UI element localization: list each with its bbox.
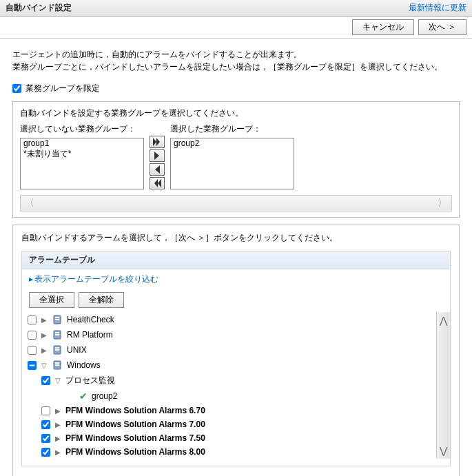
server-icon [52,344,63,355]
filter-alarm-tables-link[interactable]: 表示アラームテーブルを絞り込む [34,274,158,284]
server-icon [52,314,63,325]
tree-checkbox[interactable] [28,346,37,355]
tree-item-label: Windows [67,360,101,370]
tree-item-label: PFM Windows Solution Alarms 8.00 [65,447,205,457]
description-line-2: 業務グループごとに，バインドしたいアラームを設定したい場合は，［業務グループを限… [12,61,460,73]
group-panel-title: 自動バインドを設定する業務グループを選択してください。 [20,107,452,119]
next-button-top[interactable]: 次へ ＞ [418,19,466,35]
selected-groups-listbox[interactable]: group2 [170,138,294,189]
description-line-1: エージェントの追加時に，自動的にアラームをバインドすることが出来ます。 [12,48,460,61]
svg-rect-7 [55,347,59,349]
tree-item-label: group2 [92,391,117,401]
scroll-right-icon[interactable]: 〉 [438,197,447,209]
select-buttons-row: 全選択 全解除 [22,292,450,312]
unselected-groups-listbox[interactable]: group1 *未割り当て* [20,138,144,189]
tree-row: ▶PFM Windows Solution Alarms 8.00 [28,445,431,459]
tree-item-label: RM Platform [67,330,113,340]
refresh-link[interactable]: 最新情報に更新 [409,2,466,14]
tree-item-label: UNIX [67,345,87,355]
scroll-down-icon[interactable]: ⋁ [440,445,447,456]
tree-item-label: プロセス監視 [65,375,115,386]
svg-rect-2 [55,319,59,320]
window-title: 自動バインド設定 [6,2,72,14]
svg-rect-10 [55,362,59,364]
tree-checkbox[interactable] [28,361,37,370]
tree-checkbox[interactable] [41,376,50,385]
scroll-left-icon[interactable]: 〈 [25,197,34,209]
expand-caret-icon[interactable]: ▶ [54,448,61,456]
move-all-left-button[interactable] [150,177,165,189]
cancel-button-top[interactable]: キャンセル [352,19,414,35]
expand-caret-icon[interactable]: ▽ [41,362,48,369]
limit-group-checkbox-label: 業務グループを限定 [25,83,100,94]
scroll-up-icon[interactable]: ⋀ [440,315,447,326]
expand-caret-icon[interactable]: ▶ [54,407,61,415]
alarm-panel-instruction: 自動バインドするアラームを選択して，［次へ ＞］ボタンをクリックしてください。 [21,232,451,244]
tree-checkbox[interactable] [41,406,50,415]
limit-group-checkbox[interactable] [12,84,21,93]
list-item[interactable]: *未割り当て* [21,148,143,160]
move-left-button[interactable] [150,163,165,176]
tree-checkbox[interactable] [41,448,50,457]
tree-checkbox[interactable] [28,331,37,340]
move-all-right-button[interactable] [150,136,165,148]
window-header: 自動バインド設定 最新情報に更新 [0,0,472,17]
tree-item-label: HealthCheck [67,315,114,324]
expand-caret-icon[interactable]: ▶ [41,331,48,339]
expand-caret-icon[interactable]: ▶ [41,316,48,324]
tree-item-label: PFM Windows Solution Alarms 6.70 [65,406,205,415]
expand-caret-icon[interactable]: ▶ [41,346,48,354]
horizontal-scrollbar[interactable]: 〈 〉 [20,195,452,211]
tree-row: ✔group2 [28,389,431,404]
main-content: エージェントの追加時に，自動的にアラームをバインドすることが出来ます。 業務グル… [0,39,472,476]
tree-item-label: PFM Windows Solution Alarms 7.00 [65,420,205,429]
alarm-table-header: アラームテーブル [22,251,450,269]
svg-rect-11 [55,364,59,366]
svg-rect-1 [55,317,59,318]
tree-checkbox[interactable] [41,434,50,443]
top-toolbar: キャンセル 次へ ＞ [0,17,472,39]
unselected-groups-label: 選択していない業務グループ： [20,123,144,135]
server-icon [52,329,63,340]
alarm-table-container: アラームテーブル ▸表示アラームテーブルを絞り込む 全選択 全解除 ▶Healt… [21,251,451,466]
check-icon: ✔ [79,391,88,402]
list-item[interactable]: group2 [171,138,294,148]
alarm-selection-panel: 自動バインドするアラームを選択して，［次へ ＞］ボタンをクリックしてください。 … [12,225,460,476]
tree-row: ▶PFM Windows Solution Alarms 7.50 [28,431,431,445]
select-all-button[interactable]: 全選択 [29,292,74,308]
tree-item-label: PFM Windows Solution Alarms 7.50 [65,433,205,443]
dual-listbox: 選択していない業務グループ： group1 *未割り当て* 選択した業務グループ… [20,123,452,189]
vertical-scrollbar[interactable]: ⋀ ⋁ [436,312,450,459]
group-selection-panel: 自動バインドを設定する業務グループを選択してください。 選択していない業務グルー… [12,101,460,218]
alarm-filter-row: ▸表示アラームテーブルを絞り込む [22,269,450,292]
tree-row: ▽プロセス監視 [28,373,431,389]
triangle-right-icon: ▸ [29,274,33,284]
expand-caret-icon[interactable]: ▽ [54,377,61,384]
tree-row: ▶PFM Windows Solution Alarms 6.70 [28,404,431,417]
expand-caret-icon[interactable]: ▶ [54,435,61,442]
tree-checkbox[interactable] [41,420,50,429]
svg-rect-4 [55,332,59,333]
svg-rect-5 [55,334,59,335]
svg-rect-8 [55,349,59,351]
tree-checkbox[interactable] [28,315,37,324]
move-right-button[interactable] [150,149,165,162]
server-icon [52,360,63,371]
tree-row: ▽Windows [28,358,431,373]
deselect-all-button[interactable]: 全解除 [79,292,124,308]
move-buttons-column [150,136,165,189]
alarm-tree: ▶HealthCheck▶RM Platform▶UNIX▽Windows▽プロ… [22,312,436,459]
limit-group-checkbox-row[interactable]: 業務グループを限定 [12,83,460,94]
description: エージェントの追加時に，自動的にアラームをバインドすることが出来ます。 業務グル… [12,48,460,73]
list-item[interactable]: group1 [21,138,143,148]
expand-caret-icon[interactable]: ▶ [54,421,61,428]
tree-row: ▶PFM Windows Solution Alarms 7.00 [28,417,431,431]
selected-groups-label: 選択した業務グループ： [170,123,294,135]
tree-row: ▶HealthCheck [28,312,431,327]
tree-row: ▶RM Platform [28,327,431,342]
tree-row: ▶UNIX [28,342,431,358]
